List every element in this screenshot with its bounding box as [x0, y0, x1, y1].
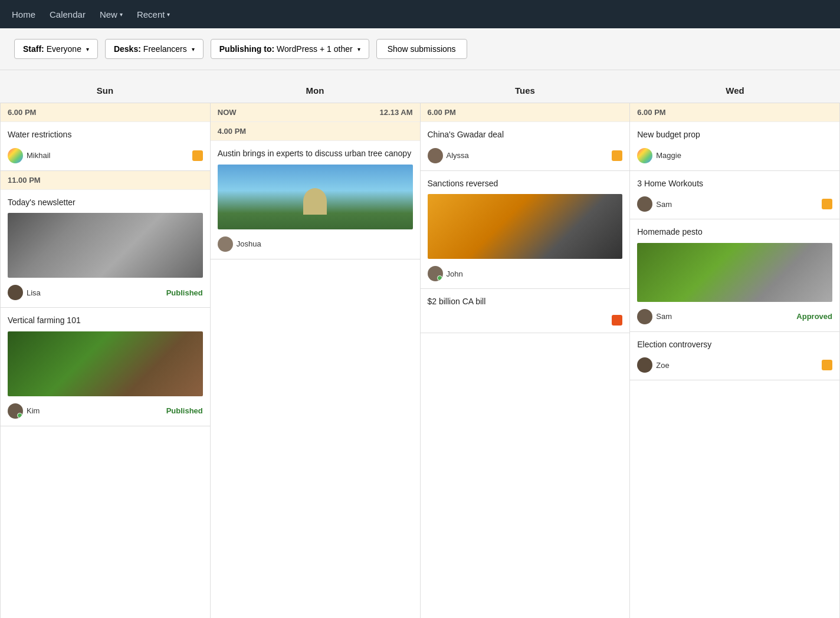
author-name: Sam: [656, 312, 672, 321]
article-title: China's Gwadar deal: [428, 129, 623, 141]
list-item: $2 billion CA bill: [421, 289, 630, 333]
now-label: NOW: [218, 108, 237, 117]
author-row: Joshua: [218, 234, 413, 254]
article-title: Today's newsletter: [8, 197, 203, 209]
article-image: [218, 165, 413, 229]
mon-time2: 4.00 PM: [211, 122, 420, 141]
top-nav: Home Calendar New ▾ Recent ▾: [0, 0, 840, 28]
desks-dropdown-arrow: ▾: [192, 46, 195, 52]
recent-dropdown-arrow: ▾: [167, 11, 170, 18]
col-sun: 6.00 PM Water restrictions Mikhail 11.00…: [1, 103, 211, 618]
avatar: [8, 285, 23, 300]
author-name: Maggie: [656, 151, 681, 160]
day-tues: Tues: [420, 80, 630, 103]
avatar: [428, 148, 443, 163]
status-badge: [822, 199, 832, 209]
author-name: Zoe: [656, 361, 669, 370]
author-row: [428, 313, 623, 328]
tues-time1: 6.00 PM: [421, 103, 630, 122]
day-wed: Wed: [630, 80, 840, 103]
nav-calendar[interactable]: Calendar: [50, 1, 86, 28]
list-item: China's Gwadar deal Alyssa: [421, 122, 630, 171]
list-item: Election controversy Zoe: [630, 332, 839, 381]
author-name: Sam: [656, 200, 672, 209]
show-submissions-button[interactable]: Show submissions: [376, 39, 467, 59]
author-row: Sam: [637, 194, 832, 214]
avatar: [8, 403, 23, 419]
author-row: Maggie: [637, 146, 832, 166]
status-badge: Published: [166, 288, 203, 297]
author-row: Kim Published: [8, 401, 203, 421]
list-item: Sanctions reversed John: [421, 171, 630, 290]
calendar-grid: 6.00 PM Water restrictions Mikhail 11.00…: [0, 103, 840, 618]
article-image: [8, 213, 203, 278]
publishing-filter[interactable]: Publishing to: WordPress + 1 other ▾: [211, 39, 369, 59]
staff-dropdown-arrow: ▾: [86, 46, 89, 52]
article-image: [428, 194, 623, 259]
article-title: $2 billion CA bill: [428, 296, 623, 308]
status-badge: [822, 360, 832, 370]
list-item: Today's newsletter Lisa Published: [1, 190, 210, 308]
day-sun: Sun: [0, 80, 210, 103]
article-title: Vertical farming 101: [8, 315, 203, 327]
sun-time2: 11.00 PM: [1, 171, 210, 190]
col-mon: NOW 12.13 AM 4.00 PM Austin brings in ex…: [211, 103, 421, 618]
author-name: Kim: [27, 406, 40, 415]
nav-recent[interactable]: Recent ▾: [137, 1, 170, 28]
desks-filter[interactable]: Desks: Freelancers ▾: [105, 39, 204, 59]
status-badge: Approved: [796, 312, 832, 321]
list-item: Water restrictions Mikhail: [1, 122, 210, 171]
avatar: [637, 148, 652, 163]
status-badge: [192, 150, 203, 161]
article-image: [637, 243, 832, 302]
status-badge: [612, 150, 622, 161]
sun-time1: 6.00 PM: [1, 103, 210, 122]
staff-filter[interactable]: Staff: Everyone ▾: [14, 39, 98, 59]
list-item: New budget prop Maggie: [630, 122, 839, 171]
list-item: 3 Home Workouts Sam: [630, 171, 839, 220]
article-image: [8, 331, 203, 396]
status-badge: [612, 315, 622, 326]
article-title: Homemade pesto: [637, 226, 832, 238]
now-time: 12.13 AM: [380, 108, 413, 117]
wed-time1: 6.00 PM: [630, 103, 839, 122]
author-row: Sam Approved: [637, 307, 832, 327]
article-title: Water restrictions: [8, 129, 203, 141]
article-title: 3 Home Workouts: [637, 178, 832, 190]
author-row: Zoe: [637, 355, 832, 375]
author-name: Joshua: [237, 239, 261, 248]
avatar: [8, 148, 23, 163]
list-item: Homemade pesto Sam Approved: [630, 219, 839, 332]
avatar: [637, 309, 652, 324]
article-title: Sanctions reversed: [428, 178, 623, 190]
author-row: Mikhail: [8, 146, 203, 166]
author-row: Alyssa: [428, 146, 623, 166]
publishing-dropdown-arrow: ▾: [357, 46, 360, 52]
col-tues: 6.00 PM China's Gwadar deal Alyssa Sanct…: [421, 103, 631, 618]
toolbar: Staff: Everyone ▾ Desks: Freelancers ▾ P…: [0, 28, 840, 70]
avatar: [637, 196, 652, 212]
author-name: Lisa: [27, 288, 41, 297]
avatar: [218, 236, 233, 252]
nav-home[interactable]: Home: [12, 1, 35, 28]
avatar: [637, 357, 652, 373]
mon-time-now: NOW 12.13 AM: [211, 103, 420, 122]
list-item: Vertical farming 101 Kim Published: [1, 308, 210, 426]
nav-new[interactable]: New ▾: [100, 1, 123, 28]
day-mon: Mon: [210, 80, 420, 103]
author-name: Mikhail: [27, 151, 50, 160]
list-item: Austin brings in experts to discuss urba…: [211, 141, 420, 259]
col-wed: 6.00 PM New budget prop Maggie 3 Home Wo…: [630, 103, 840, 618]
article-title: Austin brings in experts to discuss urba…: [218, 148, 413, 160]
article-title: Election controversy: [637, 339, 832, 351]
author-name: John: [447, 269, 463, 278]
author-row: John: [428, 264, 623, 284]
author-row: Lisa Published: [8, 282, 203, 303]
author-name: Alyssa: [447, 151, 469, 160]
avatar: [428, 266, 443, 281]
status-badge: Published: [166, 406, 203, 415]
article-title: New budget prop: [637, 129, 832, 141]
day-headers: Sun Mon Tues Wed: [0, 80, 840, 103]
calendar: Sun Mon Tues Wed 6.00 PM Water restricti…: [0, 70, 840, 618]
new-dropdown-arrow: ▾: [120, 11, 123, 18]
